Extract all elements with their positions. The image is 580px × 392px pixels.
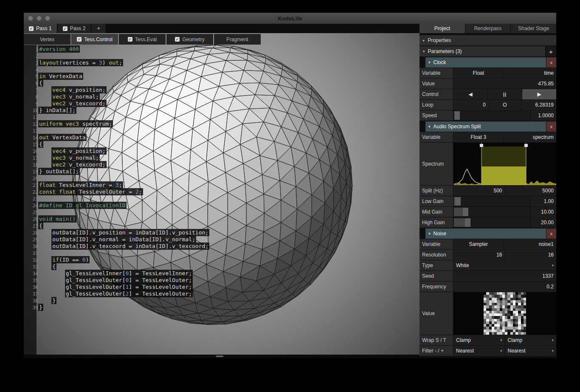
- code-line: 33 {: [28, 263, 420, 270]
- slider-handle[interactable]: [455, 197, 461, 206]
- code-editor[interactable]: 1#version 40023layout(vertices = 3) out;…: [24, 45, 420, 355]
- high-gain-value[interactable]: 20.00: [531, 217, 556, 228]
- tab-stage-fragment[interactable]: Fragment: [214, 34, 261, 45]
- tab-pass-2[interactable]: ✓ Pass 2: [58, 24, 91, 33]
- geometry-enabled-checkbox[interactable]: ✓: [175, 37, 180, 42]
- rewind-button[interactable]: ◀: [453, 89, 487, 99]
- speed-value-field[interactable]: 1.0000: [531, 110, 556, 121]
- tab-stage-geometry[interactable]: ✓ Geometry: [166, 34, 213, 45]
- filter-label: Filter - / +: [420, 346, 453, 356]
- pass-1-enabled-checkbox[interactable]: ✓: [29, 26, 34, 31]
- wrap-s-dropdown[interactable]: Clamp ▾: [453, 335, 505, 345]
- add-pass-button[interactable]: +: [91, 24, 106, 33]
- code-line: 11: [28, 114, 420, 121]
- speed-slider[interactable]: [453, 110, 530, 121]
- frequency-field[interactable]: 0.2: [453, 282, 556, 292]
- audio-type-field[interactable]: Float 3: [453, 132, 504, 142]
- wrap-t-dropdown[interactable]: Clamp ▾: [505, 335, 557, 345]
- tab-project[interactable]: Project: [420, 24, 465, 33]
- tess-eval-enabled-checkbox[interactable]: ✓: [128, 37, 132, 42]
- high-gain-slider[interactable]: [453, 217, 530, 228]
- chevron-down-icon: ▾: [500, 349, 502, 353]
- add-parameter-button[interactable]: +: [546, 46, 556, 56]
- slider-handle[interactable]: [454, 111, 460, 120]
- pause-icon: ||: [503, 92, 507, 97]
- chevron-down-icon: ▾: [552, 349, 554, 353]
- properties-section-header[interactable]: ▸ Properties: [420, 35, 556, 45]
- line-number: 19: [28, 169, 38, 175]
- line-number: 20: [28, 175, 38, 182]
- noise-name-field[interactable]: noise1: [504, 239, 557, 249]
- minimize-window-button[interactable]: [37, 16, 42, 21]
- slider-handle[interactable]: [463, 208, 468, 216]
- resolution-x-field[interactable]: 16: [453, 250, 505, 260]
- tess-control-enabled-checkbox[interactable]: ✓: [77, 37, 82, 42]
- parameters-label: Parameters (3): [428, 48, 462, 54]
- tab-stage-tess-eval[interactable]: ✓ Tess.Eval: [119, 34, 166, 45]
- noise-title: Noise: [434, 231, 447, 237]
- resolution-y-field[interactable]: 16: [505, 250, 557, 260]
- seed-field[interactable]: 1337: [453, 271, 556, 281]
- play-button[interactable]: ▶: [522, 89, 556, 99]
- code-line: 24#define ID gl_InvocationID: [28, 202, 420, 209]
- loop-mode-button[interactable]: O: [489, 100, 521, 110]
- parameters-section-header[interactable]: ▾ Parameters (3) +: [420, 46, 556, 56]
- clock-loop-row: Loop 0 O 6.28319: [420, 100, 556, 110]
- clock-type-field[interactable]: Float: [453, 68, 504, 78]
- high-split-handle[interactable]: [524, 144, 528, 147]
- horizontal-scrollbar[interactable]: [24, 355, 420, 358]
- code-line: 9 vec2 v_texcoord;: [28, 100, 420, 107]
- noise-type-field[interactable]: Sampler: [453, 239, 504, 249]
- tab-stage-vertex[interactable]: Vertex: [24, 34, 70, 45]
- line-number: 3: [28, 60, 38, 67]
- low-split-handle[interactable]: [480, 144, 483, 147]
- line-number: 5: [28, 73, 38, 80]
- pause-button[interactable]: ||: [488, 89, 522, 99]
- noise-section-header[interactable]: ▾ Noise x: [425, 228, 556, 239]
- chevron-right-icon: ▸: [423, 38, 425, 42]
- wrap-label: Wrap S / T: [420, 335, 453, 345]
- slider-handle[interactable]: [465, 218, 470, 227]
- remove-audio-button[interactable]: x: [546, 121, 556, 132]
- loop-start-field[interactable]: 0: [453, 100, 488, 110]
- clock-title: Clock: [434, 59, 446, 65]
- split-label: Split (Hz): [420, 186, 453, 196]
- loop-end-field[interactable]: 6.28319: [521, 100, 556, 110]
- pass-2-enabled-checkbox[interactable]: ✓: [63, 26, 68, 31]
- split-high-field[interactable]: 5000: [505, 186, 557, 196]
- code-line: 28 outData[ID].v_position = inData[ID].v…: [28, 229, 420, 236]
- audio-name-field[interactable]: spectrum: [504, 132, 557, 142]
- tab-renderpass[interactable]: Renderpass: [465, 24, 511, 33]
- code-line: 32 if(ID == 0): [28, 257, 420, 263]
- remove-clock-button[interactable]: x: [546, 57, 556, 68]
- filter-min-dropdown[interactable]: Nearest ▾: [453, 346, 505, 356]
- tab-shader-stage[interactable]: Shader Stage: [511, 24, 556, 33]
- line-number: 32: [28, 257, 38, 264]
- zoom-window-button[interactable]: [45, 16, 50, 21]
- line-number: 31: [28, 250, 38, 257]
- clock-value-field[interactable]: 475.85: [453, 79, 556, 89]
- titlebar[interactable]: KodeLife: [24, 13, 556, 24]
- tab-pass-1[interactable]: ✓ Pass 1: [24, 24, 57, 33]
- low-gain-value[interactable]: 1.00: [531, 196, 556, 206]
- audio-section-header[interactable]: ▾ Audio Spectrum Split x: [425, 121, 556, 132]
- clock-name-field[interactable]: time: [504, 68, 557, 78]
- close-window-button[interactable]: [28, 16, 33, 21]
- remove-noise-button[interactable]: x: [546, 228, 556, 239]
- filter-min-value: Nearest: [456, 348, 474, 354]
- right-panel: Project Renderpass Shader Stage ▸ Proper…: [420, 24, 556, 358]
- resolution-row: Resolution 16 16: [420, 250, 556, 260]
- split-low-field[interactable]: 500: [453, 186, 505, 196]
- scrollbar-handle[interactable]: [216, 355, 223, 357]
- line-number: 4: [28, 67, 38, 73]
- mid-gain-slider[interactable]: [453, 207, 530, 217]
- noise-type-dropdown[interactable]: White ▾: [453, 260, 556, 271]
- clock-section-header[interactable]: ▾ Clock x: [425, 57, 556, 68]
- line-number: 9: [28, 101, 38, 107]
- tab-stage-tess-control[interactable]: ✓ Tess.Control: [71, 34, 118, 45]
- low-gain-slider[interactable]: [453, 196, 530, 206]
- value-label: Value: [420, 79, 453, 89]
- spectrum-display[interactable]: [453, 143, 556, 185]
- filter-max-dropdown[interactable]: Nearest ▾: [505, 346, 557, 356]
- mid-gain-value[interactable]: 10.00: [531, 207, 556, 217]
